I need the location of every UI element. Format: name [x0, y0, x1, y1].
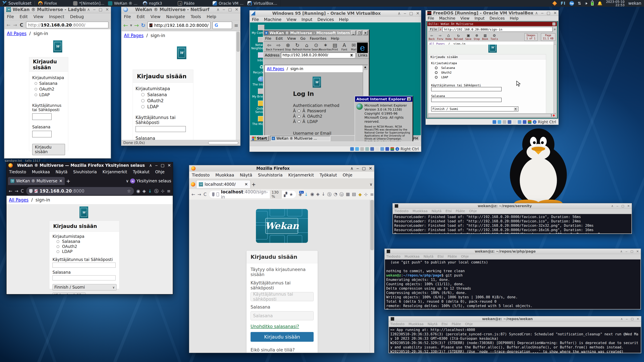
file-menu-button[interactable]: File	[428, 27, 438, 31]
minimize-icon[interactable]: ‒	[155, 163, 158, 168]
menu-item[interactable]: Help	[510, 16, 518, 20]
language-select[interactable]: Finnish / Suomi ∨	[52, 284, 116, 291]
recording-status-icon[interactable]	[390, 147, 394, 151]
auth-method-option[interactable]: LDAP	[34, 92, 65, 97]
menu-item[interactable]: Näytä	[424, 254, 433, 258]
menu-item[interactable]: Muokkaa	[215, 173, 234, 177]
fingerprint-icon[interactable]: ◉	[136, 189, 140, 194]
shade-icon[interactable]: ∧	[611, 204, 613, 208]
menu-item[interactable]: Sivuhistoria	[73, 170, 97, 174]
vertical-scrollbar[interactable]	[554, 44, 556, 113]
hdd-status-icon[interactable]	[350, 147, 354, 151]
minimize-icon[interactable]: ‒	[404, 11, 406, 16]
language-select[interactable]: Finnish / Suomi ▼	[431, 106, 518, 111]
reader-mode-icon[interactable]: ▞	[284, 192, 287, 197]
menu-item[interactable]: File	[7, 14, 14, 19]
ie-titlebar[interactable]: e WeKan ® Multiverse - Microsoft Interne…	[264, 30, 369, 36]
close-icon[interactable]: ✕	[636, 250, 639, 253]
menu-item[interactable]: Devices	[490, 16, 505, 20]
menu-item[interactable]: Pääte	[448, 254, 457, 258]
close-icon[interactable]: ✕	[636, 317, 639, 321]
cd-status-icon[interactable]	[498, 120, 501, 124]
address-dropdown-icon[interactable]: ▼	[350, 53, 353, 57]
menu-item[interactable]: Tiedosto	[9, 170, 26, 174]
menu-item[interactable]: Edit	[137, 14, 145, 19]
menu-item[interactable]: Näytä	[240, 173, 252, 177]
menu-item[interactable]: Edit	[20, 14, 28, 19]
taskbar-task-button[interactable]: e WeKan ® Multiverse ...	[270, 136, 330, 141]
toolbar-extension-icon[interactable]: ↓	[322, 192, 325, 197]
toolbar-extension-icon[interactable]: ◉	[310, 192, 314, 197]
menu-item[interactable]: Kirjanmerkit	[288, 173, 314, 177]
virtualbox-tray-icon[interactable]	[552, 1, 557, 6]
vbox-titlebar[interactable]: Windows 95 [Running] - Oracle VM Virtual…	[250, 10, 421, 16]
radio-icon[interactable]	[56, 245, 59, 248]
close-icon[interactable]: ✕	[106, 7, 109, 12]
vertical-scrollbar[interactable]	[236, 31, 240, 140]
desktop-label[interactable]: sandgre.txt	[5, 159, 22, 162]
shade-icon[interactable]: ∧	[398, 11, 401, 16]
menu-item[interactable]: View	[33, 14, 43, 19]
search-box[interactable]: G	[212, 22, 232, 29]
win95-vm-window[interactable]: Windows 95 [Running] - Oracle VM Virtual…	[250, 10, 421, 152]
signin-button[interactable]: Kirjaudu sisään	[250, 332, 314, 342]
tab-list-chevron-icon[interactable]: ∨	[370, 182, 372, 187]
menu-item[interactable]: Inspect	[49, 14, 64, 19]
auth-method-option[interactable]: OAuth2	[141, 98, 190, 103]
menu-item[interactable]: Machine	[439, 16, 455, 20]
download-icon[interactable]: ↓	[304, 192, 308, 197]
floppy-status-icon[interactable]	[360, 147, 364, 151]
menu-item[interactable]: View	[460, 16, 470, 20]
toolbar-button[interactable]: ⇨ Forward	[274, 42, 283, 51]
toolbar-button[interactable]: ⇨ Forw	[437, 33, 443, 40]
radio-icon[interactable]	[141, 105, 144, 108]
radio-icon[interactable]	[34, 93, 37, 96]
forward-icon[interactable]: →	[198, 192, 201, 197]
menu-item[interactable]: Muokkaa	[408, 322, 424, 326]
menu-item[interactable]: File	[428, 16, 434, 20]
radio-icon[interactable]	[34, 82, 37, 85]
menu-item[interactable]: Kirjanmerkit	[102, 170, 127, 174]
username-input[interactable]	[431, 87, 502, 91]
links-button[interactable]: Links	[356, 53, 368, 57]
menu-item[interactable]: Input	[474, 16, 484, 20]
minimize-icon[interactable]: ‒	[93, 7, 96, 12]
auth-method-option[interactable]: Â Â Password	[293, 109, 364, 113]
desktop-label[interactable]: tallo 1517	[25, 159, 40, 162]
reload-icon[interactable]: C	[21, 189, 24, 194]
shade-icon[interactable]: ∧	[149, 163, 152, 168]
download-icon[interactable]: ↓	[148, 189, 152, 194]
battery-icon[interactable]	[591, 1, 594, 5]
protect-shield-icon[interactable]: ◈9+	[299, 192, 302, 197]
toolbar-button[interactable]: ▣ Save	[466, 33, 472, 40]
close-icon[interactable]: ×	[363, 31, 368, 35]
menu-item[interactable]: Työkalut	[320, 173, 337, 177]
auth-method-option[interactable]: OAuth2	[34, 87, 65, 91]
menu-item[interactable]: Ohje	[155, 170, 164, 174]
display-status-icon[interactable]	[518, 120, 522, 124]
tab-close-icon[interactable]: ✕	[59, 179, 62, 183]
bookmark-star-icon[interactable]: ☆	[127, 189, 131, 194]
all-pages-link[interactable]: All Pages	[124, 33, 144, 38]
radio-icon[interactable]	[34, 88, 37, 90]
reload-icon[interactable]: C	[204, 192, 206, 197]
menu-item[interactable]: Devices	[318, 17, 334, 22]
toolbar-extension-icon[interactable]: ◔	[334, 192, 338, 197]
close-icon[interactable]: ✕	[416, 11, 420, 16]
menu-item[interactable]: Näytä	[432, 209, 442, 213]
maximize-icon[interactable]: ❐	[357, 31, 362, 35]
forgot-password-link[interactable]: Unohditko salasanasi?	[250, 324, 299, 329]
radio-icon[interactable]	[435, 71, 438, 74]
network-icon[interactable]: ⇅	[578, 1, 581, 6]
username-input[interactable]	[52, 263, 116, 268]
toolbar-button[interactable]: ↻ Refresh	[293, 42, 302, 51]
menu-item[interactable]: Help	[331, 36, 339, 40]
terminal-serenity-window[interactable]: wekan@z: ~/repos/serenity ∧ ‒ ▢ ✕ Tiedos…	[392, 203, 632, 234]
minimize-icon[interactable]: _	[351, 31, 356, 35]
maximize-icon[interactable]: ▢	[630, 250, 633, 253]
close-icon[interactable]: ✕	[369, 166, 372, 171]
all-pages-link[interactable]: All Pages	[9, 197, 28, 202]
auth-method-option[interactable]: Salasana	[34, 81, 65, 86]
menu-item[interactable]: Edit	[276, 36, 283, 40]
hp-tray-icon[interactable]: hp	[569, 1, 574, 6]
